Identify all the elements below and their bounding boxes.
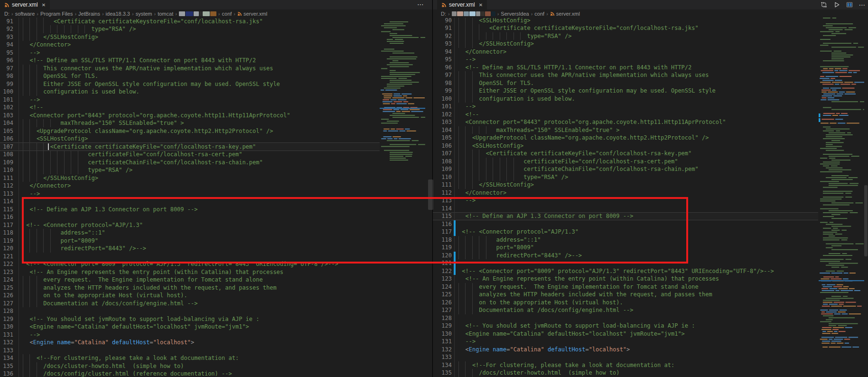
code-text: certificateFile="conf/localhost-rsa-cert… xyxy=(23,151,242,159)
code-text: <!-- Define an AJP 1.3 Connector on port… xyxy=(23,206,197,214)
code-line: 94 </Connector> xyxy=(433,48,868,56)
code-text: <!-- Define an AJP 1.3 Connector on port… xyxy=(458,212,633,220)
line-number: 112 xyxy=(1,182,13,190)
code-line: 114 xyxy=(0,198,432,206)
breadcrumb-item[interactable]: JetBrains xyxy=(78,11,100,17)
breadcrumb-separator: › xyxy=(154,11,156,17)
minimap[interactable] xyxy=(380,18,425,164)
line-number: 105 xyxy=(437,134,452,142)
code-line: 91 <Certificate certificateKeystoreFile=… xyxy=(0,18,432,26)
breadcrumb-item[interactable]: tomcat xyxy=(158,11,173,17)
breadcrumb-item[interactable]: system xyxy=(136,11,152,17)
line-number: 119 xyxy=(437,244,452,252)
run-icon[interactable] xyxy=(833,1,840,9)
code-editor-left[interactable]: 91 <Certificate certificateKeystoreFile=… xyxy=(0,0,432,377)
minimap[interactable] xyxy=(819,18,864,350)
breadcrumb-label: system xyxy=(136,11,152,17)
line-number: 109 xyxy=(437,165,452,173)
line-number: 124 xyxy=(1,276,13,284)
close-icon[interactable]: ✕ xyxy=(479,2,483,8)
breadcrumb-item[interactable]: idea18.3.3 xyxy=(106,11,130,17)
breadcrumb-label: server.xml xyxy=(243,11,267,17)
breadcrumb-item[interactable]: conf xyxy=(222,11,232,17)
code-text: redirectPort="8443" />--> xyxy=(458,252,582,260)
vertical-scrollbar[interactable] xyxy=(864,185,868,256)
line-number: 108 xyxy=(1,151,13,159)
tab-server-xml-right[interactable]: server.xml ✕ xyxy=(437,0,487,9)
line-number: 131 xyxy=(437,338,452,346)
breadcrumb-item[interactable]: software xyxy=(15,11,35,17)
line-number: 116 xyxy=(437,220,452,228)
code-text: --> xyxy=(458,338,476,346)
line-number: 128 xyxy=(437,314,452,322)
line-number: 108 xyxy=(437,158,452,166)
redacted-block xyxy=(210,11,216,16)
tab-server-xml-left[interactable]: server.xml ✕ xyxy=(0,0,50,9)
code-line: 133 xyxy=(0,347,432,355)
vertical-scrollbar[interactable] xyxy=(428,179,433,210)
line-number: 122 xyxy=(437,267,452,275)
code-text: <UpgradeProtocol className="org.apache.c… xyxy=(23,127,273,135)
redacted-block xyxy=(476,11,480,16)
line-number: 106 xyxy=(1,135,13,143)
line-number: 99 xyxy=(437,87,452,95)
open-changes-icon[interactable] xyxy=(820,1,828,9)
breadcrumb-label: D: xyxy=(441,11,446,17)
code-line: 130 <Engine name="Catalina" defaultHost=… xyxy=(0,323,432,331)
breadcrumb-item[interactable]: server.xml xyxy=(237,11,267,17)
code-line: 111 </SSLHostConfig> xyxy=(433,181,868,189)
close-icon[interactable]: ✕ xyxy=(42,2,46,8)
code-line: 112 </Connector> xyxy=(433,189,868,197)
breadcrumb-label: conf xyxy=(534,11,544,17)
code-line: 119 port="8009" xyxy=(433,244,868,252)
line-number: 124 xyxy=(437,283,452,291)
breadcrumb-item[interactable]: D: xyxy=(4,11,9,17)
breadcrumb-item[interactable]: D: xyxy=(441,11,446,17)
code-line: 127 Documentation at /docs/config/engine… xyxy=(433,306,868,314)
breadcrumb-label: ServersIdea xyxy=(501,11,529,17)
code-line: 101 --> xyxy=(433,103,868,111)
code-line: 109 certificateChainFile="conf/localhost… xyxy=(0,159,432,167)
breadcrumb-item[interactable]: conf xyxy=(534,11,544,17)
xml-file-icon xyxy=(237,11,242,16)
breadcrumb-item[interactable]: server.xml xyxy=(550,11,580,17)
code-text: redirectPort="8443" />--> xyxy=(23,245,146,253)
breadcrumb-item-redacted[interactable] xyxy=(452,11,495,16)
code-line: 92 type="RSA" /> xyxy=(0,25,432,33)
code-text: --> xyxy=(23,49,40,57)
redacted-block xyxy=(452,11,457,16)
breadcrumb-separator: › xyxy=(11,11,13,17)
code-line: 116 xyxy=(433,220,868,228)
line-number: 121 xyxy=(1,253,13,261)
line-number: 106 xyxy=(437,142,452,150)
breadcrumb-item[interactable]: ServersIdea xyxy=(501,11,529,17)
line-number: 113 xyxy=(437,197,452,205)
code-text: <!-- An Engine represents the entry poin… xyxy=(458,275,719,283)
breadcrumb-separator: › xyxy=(497,11,499,17)
line-number: 92 xyxy=(437,32,452,40)
code-line: 103 <Connector port="8443" protocol="org… xyxy=(0,112,432,120)
line-number: 91 xyxy=(437,24,452,32)
code-line: 106 <SSLHostConfig> xyxy=(0,135,432,143)
code-line: 114 xyxy=(433,205,868,213)
line-number: 131 xyxy=(1,331,13,339)
more-actions-icon[interactable]: ⋯ xyxy=(859,1,866,9)
breadcrumb-separator: › xyxy=(132,11,134,17)
code-line: 129 <!-- You should set jvmRoute to supp… xyxy=(0,315,432,323)
editor-group-left: server.xml ✕ ⋯ D:›software›Program Files… xyxy=(0,0,432,377)
code-editor-right[interactable]: 90 <SSLHostConfig>91 <Certificate certif… xyxy=(433,0,868,377)
git-modified-indicator xyxy=(454,220,456,236)
redacted-block xyxy=(203,11,210,16)
code-line: 112 </Connector> xyxy=(0,182,432,190)
line-number: 104 xyxy=(437,126,452,134)
line-number: 92 xyxy=(1,25,13,33)
code-text: Documentation at /docs/config/engine.htm… xyxy=(23,300,197,308)
line-number: 134 xyxy=(1,354,13,362)
breadcrumb-item-redacted[interactable] xyxy=(179,11,216,16)
code-text: every request. The Engine implementation… xyxy=(458,283,699,291)
breadcrumb-item[interactable]: Program Files xyxy=(40,11,73,17)
split-editor-icon[interactable] xyxy=(846,1,853,9)
line-number: 107 xyxy=(1,143,13,151)
line-number: 119 xyxy=(1,237,13,245)
more-actions-icon[interactable]: ⋯ xyxy=(417,0,424,9)
